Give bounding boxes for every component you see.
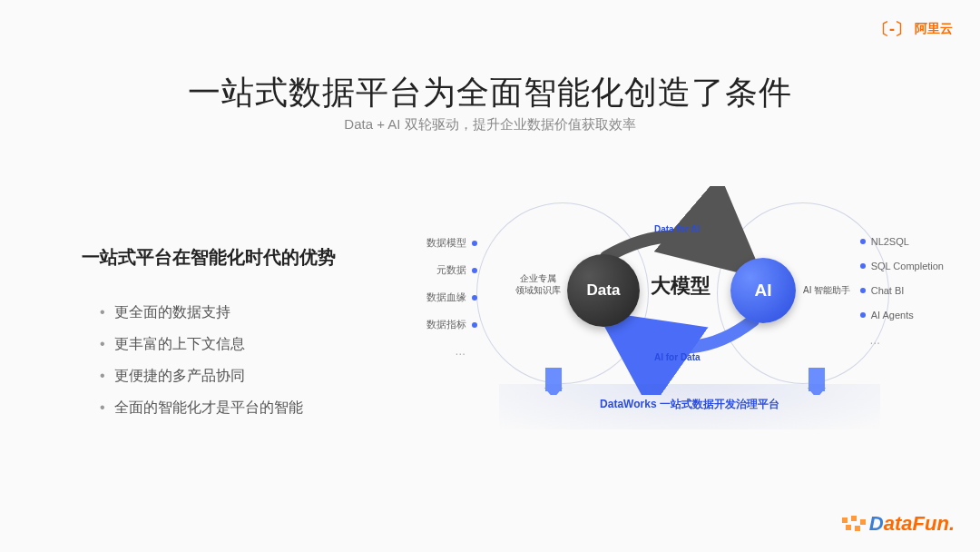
list-item: 全面的智能化才是平台的智能 [100,399,303,418]
data-node: Data [567,254,640,327]
label: 数据血缘 [426,291,466,304]
dot-icon [860,312,866,318]
label: AI Agents [871,310,914,320]
left-sub-label: 企业专属 领域知识库 [515,272,561,296]
advantages-list: 更全面的数据支持 更丰富的上下文信息 更便捷的多产品协同 全面的智能化才是平台的… [100,291,303,430]
list-item: 更全面的数据支持 [100,303,303,322]
logo-bracket-icon: 〔-〕 [873,18,911,40]
label: 数据指标 [426,318,466,331]
label: 元数据 [436,263,466,277]
list-item: 更丰富的上下文信息 [100,335,303,354]
dot-icon [472,322,477,328]
right-labels: NL2SQL SQL Completion Chat BI AI Agents … [860,222,944,360]
right-sub-label: AI 智能助手 [803,284,850,297]
page-subtitle: Data + AI 双轮驱动，提升企业数据价值获取效率 [0,116,980,133]
label: 数据模型 [426,236,466,250]
datafun-squares-icon [842,516,867,532]
label: Chat BI [871,285,905,296]
label: NL2SQL [871,236,909,247]
ellipsis: … [860,334,944,347]
diagram-footer: DataWorks 一站式数据开发治理平台 [499,397,880,412]
dot-icon [860,288,866,293]
left-labels: 数据模型 元数据 数据血缘 数据指标 … [426,222,477,371]
datafun-logo: DataFun. [842,512,955,536]
section-heading: 一站式平台在智能化时代的优势 [82,245,336,270]
dot-icon [860,239,866,244]
flow-bottom-label: AI for Data [654,352,701,362]
label: SQL Completion [871,261,944,271]
brand-name: 阿里云 [915,21,953,37]
dot-icon [472,241,477,246]
brand-logo-top: 〔-〕 阿里云 [873,18,953,40]
diagram: 数据模型 元数据 数据血缘 数据指标 … NL2SQL SQL Completi… [426,186,944,440]
dot-icon [860,263,866,269]
ai-node: AI [730,258,796,323]
list-item: 更便捷的多产品协同 [100,367,303,386]
flow-top-label: Data for AI [654,224,700,234]
center-label: 大模型 [651,272,710,300]
page-title: 一站式数据平台为全面智能化创造了条件 [0,71,980,115]
dot-icon [472,268,477,273]
dot-icon [472,295,477,301]
ellipsis: … [426,345,477,358]
